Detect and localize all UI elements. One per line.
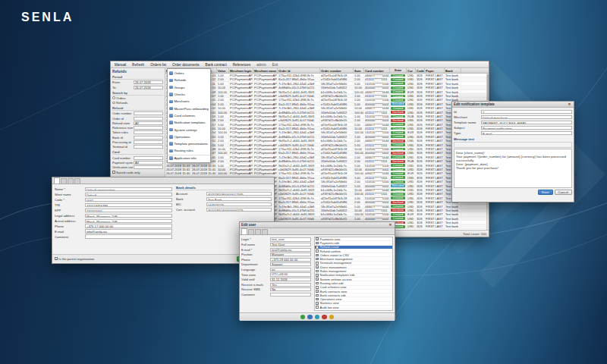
menu-item[interactable]: Order documents [171,63,201,67]
parent-organization-checkbox[interactable]: Is the parent organization [55,257,94,261]
menu-item[interactable]: MasterPass onboarding [168,105,210,111]
table-cell: 3DS [416,212,425,215]
text-input[interactable]: 30101810400000000225 [206,208,272,212]
menu-item[interactable]: Template presentations [168,140,210,147]
date-input[interactable]: 26.07.2018 [134,80,163,84]
search-by-option[interactable]: Refunds [112,101,163,105]
action-button[interactable] [322,315,327,320]
text-input[interactable] [134,130,163,134]
template-body-textarea[interactable]: Dear {client_name}! Your payment #{order… [454,149,572,188]
menu-item[interactable]: Manual [113,63,127,67]
text-input[interactable]: 044525225 [206,202,272,206]
table-cell: PCIPaymentsAPI [229,127,253,130]
tab[interactable] [74,178,80,184]
menu-item[interactable]: Routing rules [168,147,210,154]
menu-item[interactable]: Exit [271,63,280,67]
menu-item[interactable]: Groups [168,84,210,91]
menu-item[interactable]: Merchants [168,98,210,105]
tab[interactable] [68,178,74,184]
text-input[interactable]: Default organization [85,187,172,191]
text-input[interactable] [134,165,163,169]
permission-item[interactable]: Invoices create [315,309,392,311]
menu-item[interactable]: Orders [168,70,210,77]
text-input[interactable] [270,293,311,297]
text-input[interactable]: Default merchant [481,115,572,119]
date-input[interactable]: 26.07.2018 [134,86,163,89]
close-icon[interactable]: ✕ [567,102,572,106]
text-input[interactable] [134,156,163,160]
tab[interactable] [241,228,247,234]
text-input[interactable] [134,136,163,140]
text-input[interactable]: Default [85,193,172,196]
scrollbar-thumb[interactable] [487,74,489,100]
text-input[interactable]: test_user [270,237,311,241]
menu-item[interactable]: System settings [168,126,210,133]
menu-item[interactable]: Refunds [168,77,210,83]
text-input[interactable]: All [134,161,163,165]
text-input[interactable] [85,234,172,238]
text-input[interactable] [134,126,163,130]
text-input[interactable] [134,140,163,144]
tab[interactable] [262,229,268,234]
action-button[interactable] [315,315,320,320]
table-cell: FIRST LAST [425,102,445,105]
text-input[interactable]: info@senla.eu [85,229,172,233]
saved-cards-checkbox[interactable]: Saved cards only [112,171,163,174]
cancel-button[interactable]: Cancel [555,190,572,195]
text-input[interactable]: UTC+03:00 [270,272,311,276]
menu-item[interactable]: Notification templates [168,119,210,126]
menu-item[interactable]: Checks [168,91,210,98]
menu-item[interactable]: References [231,63,253,67]
text-input[interactable]: E-mail [481,131,572,135]
text-input[interactable]: 40702810900000012345 [206,192,272,196]
action-button[interactable] [307,315,313,320]
text-input[interactable]: en [270,268,311,271]
text-input[interactable]: 0001 [85,198,172,202]
table-cell: 10.00 [354,168,364,171]
table-cell: 400000******0002 [364,217,390,220]
menu-item[interactable]: admin [255,63,268,67]
text-input[interactable]: 770101001 [85,209,172,212]
text-input[interactable]: Yes [270,283,311,287]
table-cell: 7c19e3b5-2f60-44d2-a3b8 [278,82,320,85]
text-input[interactable]: 770123456789 [85,203,172,207]
text-input[interactable]: Manager [270,253,311,256]
text-input[interactable]: 31.12.2018 [270,278,311,281]
window-titlebar[interactable]: Edit notification template ✕ [452,102,574,108]
table-cell: FIRST LAST [425,184,445,187]
tab[interactable] [54,177,60,184]
text-input[interactable] [134,117,163,121]
text-input[interactable]: +375 29 000 00 00 [270,258,311,262]
text-input[interactable]: Payment notification [481,126,572,130]
text-input[interactable]: 1 [481,110,572,114]
menu-item[interactable]: Application info [168,155,210,162]
menu-item-label: Groups [175,86,185,89]
close-icon[interactable]: ✕ [388,223,393,227]
text-input[interactable]: Test Bank [206,197,272,201]
text-input[interactable]: All [134,121,163,125]
text-input[interactable]: Test User [270,243,311,246]
tab[interactable] [61,178,67,184]
table-cell: USD [407,94,416,97]
text-input[interactable]: Minsk, Platonova 20B [85,219,172,223]
text-input[interactable] [134,111,163,115]
text-input[interactable]: Minsk, Platonova 20B [85,214,172,218]
text-input[interactable] [134,145,163,149]
action-button[interactable] [329,315,335,320]
menu-item[interactable]: Orders list [149,63,168,67]
menu-item[interactable]: Bank contract [204,63,228,67]
window-titlebar[interactable]: Edit user ✕ [240,222,395,228]
menu-item[interactable]: Card schemes [168,112,210,119]
menu-item[interactable]: Operations [168,133,210,140]
text-input[interactable]: test@senla.eu [270,248,311,252]
text-input[interactable]: PAYMENT_SUCCESS_EMAIL [481,121,572,124]
tab[interactable] [255,229,261,234]
save-button[interactable]: Save [538,190,553,195]
menu-item[interactable]: Refresh [131,63,146,67]
action-button[interactable] [300,315,306,320]
tab[interactable] [248,229,254,234]
text-input[interactable]: Support [270,262,311,266]
search-by-option[interactable]: Orders [112,96,163,100]
text-input[interactable]: +375 17 000 00 00 [85,224,172,228]
text-input[interactable]: No [270,287,311,291]
